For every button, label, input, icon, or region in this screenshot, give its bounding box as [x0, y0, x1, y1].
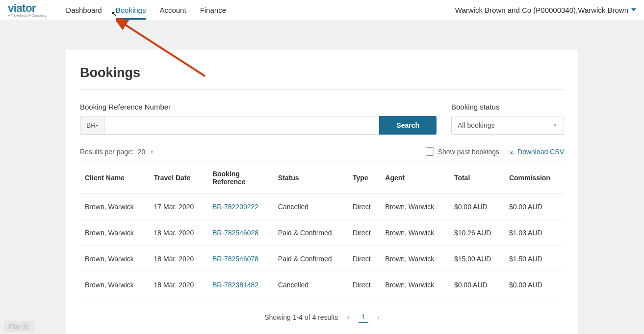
cell-agent: Brown, Warwick — [380, 194, 449, 220]
caret-down-icon — [631, 8, 636, 11]
nav-item-account[interactable]: Account — [159, 0, 186, 20]
checkbox-box-icon — [426, 147, 434, 156]
table-row: Brown, Warwick18 Mar. 2020BR-782381482Ca… — [80, 272, 564, 298]
booking-status-select[interactable]: All bookings ▼ — [451, 116, 564, 135]
divider — [80, 89, 564, 90]
cell-date: 17 Mar. 2020 — [149, 194, 207, 220]
cell-type: Direct — [348, 220, 380, 246]
table-header-cell: Total — [449, 162, 504, 194]
bookings-table: Client NameTravel DateBookingReferenceSt… — [80, 162, 564, 298]
download-csv-label: Download CSV — [517, 148, 564, 156]
controls-row: Results per page: 20 ▼ Show past booking… — [80, 147, 564, 156]
cell-type: Direct — [348, 246, 380, 272]
chevron-down-icon: ▼ — [552, 122, 558, 128]
cell-client: Brown, Warwick — [80, 246, 149, 272]
results-per-page-value[interactable]: 20 — [138, 148, 146, 156]
cell-status: Paid & Confirmed — [273, 220, 348, 246]
cell-client: Brown, Warwick — [80, 194, 149, 220]
show-past-label: Show past bookings — [438, 148, 499, 156]
cell-commission: $1.03 AUD — [504, 220, 564, 246]
cell-type: Direct — [348, 272, 380, 298]
cell-ref[interactable]: BR-782546028 — [207, 220, 273, 246]
cell-date: 18 Mar. 2020 — [149, 220, 207, 246]
cell-commission: $1.50 AUD — [504, 246, 564, 272]
cell-commission: $0.00 AUD — [504, 194, 564, 220]
cell-ref[interactable]: BR-782209222 — [207, 194, 273, 220]
cell-agent: Brown, Warwick — [380, 246, 449, 272]
controls-right: Show past bookings Download CSV — [426, 147, 564, 156]
table-row: Brown, Warwick18 Mar. 2020BR-782546078Pa… — [80, 246, 564, 272]
booking-status-label: Booking status — [451, 103, 564, 111]
cell-agent: Brown, Warwick — [380, 272, 449, 298]
cell-status: Paid & Confirmed — [273, 246, 348, 272]
nav-item-dashboard[interactable]: Dashboard — [66, 0, 102, 20]
cell-date: 18 Mar. 2020 — [149, 272, 207, 298]
cell-client: Brown, Warwick — [80, 272, 149, 298]
cell-status: Cancelled — [273, 272, 348, 298]
cell-total: $10.26 AUD — [449, 220, 504, 246]
table-header-cell: BookingReference — [207, 162, 273, 194]
results-per-page-label: Results per page: — [80, 148, 134, 156]
chevron-down-icon[interactable]: ▼ — [149, 149, 155, 155]
table-header-cell: Status — [273, 162, 348, 194]
search-row: Booking Reference Number BR- Search Book… — [80, 103, 564, 135]
pagination: Showing 1-4 of 4 results ‹ 1 › — [80, 312, 564, 323]
pagination-prev[interactable]: ‹ — [347, 313, 349, 322]
table-header-cell: Type — [348, 162, 380, 194]
cell-type: Direct — [348, 194, 380, 220]
brand-tagline: A TripAdvisor® Company — [8, 14, 46, 17]
pagination-next[interactable]: › — [377, 313, 380, 322]
table-row: Brown, Warwick17 Mar. 2020BR-782209222Ca… — [80, 194, 564, 220]
top-nav: viator A TripAdvisor® Company DashboardB… — [0, 0, 644, 20]
booking-ref-input-wrap: BR- Search — [80, 116, 437, 135]
cell-commission: $0.00 AUD — [504, 272, 564, 298]
table-row: Brown, Warwick18 Mar. 2020BR-782546028Pa… — [80, 220, 564, 246]
booking-ref-input[interactable] — [104, 116, 379, 135]
booking-ref-group: Booking Reference Number BR- Search — [80, 103, 437, 135]
cell-total: $0.00 AUD — [449, 194, 504, 220]
booking-ref-label: Booking Reference Number — [80, 103, 437, 111]
cell-date: 18 Mar. 2020 — [149, 246, 207, 272]
booking-status-value: All bookings — [458, 121, 495, 129]
cell-ref[interactable]: BR-782546078 — [207, 246, 273, 272]
download-csv-link[interactable]: Download CSV — [508, 148, 564, 156]
search-button[interactable]: Search — [379, 116, 437, 135]
cell-ref[interactable]: BR-782381482 — [207, 272, 273, 298]
brand-name: viator — [8, 3, 46, 14]
account-dropdown[interactable]: Warwick Brown and Co (P00000340),Warwick… — [455, 6, 636, 14]
table-header-cell: Commission — [504, 162, 564, 194]
booking-ref-prefix: BR- — [80, 116, 104, 135]
booking-status-group: Booking status All bookings ▼ — [451, 103, 564, 135]
brand-logo[interactable]: viator A TripAdvisor® Company — [8, 3, 46, 17]
cell-status: Cancelled — [273, 194, 348, 220]
play-overlay: Play (k) — [4, 321, 34, 332]
table-header-cell: Client Name — [80, 162, 149, 194]
table-body: Brown, Warwick17 Mar. 2020BR-782209222Ca… — [80, 194, 564, 298]
bookings-panel: Bookings Booking Reference Number BR- Se… — [66, 50, 578, 334]
show-past-checkbox[interactable]: Show past bookings — [426, 147, 499, 156]
download-icon — [508, 148, 515, 155]
nav-items: DashboardBookingsAccountFinance — [66, 0, 226, 20]
cell-client: Brown, Warwick — [80, 220, 149, 246]
content-wrap: Bookings Booking Reference Number BR- Se… — [0, 20, 644, 334]
table-header-cell: Agent — [380, 162, 449, 194]
account-label: Warwick Brown and Co (P00000340),Warwick… — [455, 6, 628, 14]
table-header-row: Client NameTravel DateBookingReferenceSt… — [80, 162, 564, 194]
nav-item-finance[interactable]: Finance — [200, 0, 226, 20]
cell-total: $0.00 AUD — [449, 272, 504, 298]
table-header-cell: Travel Date — [149, 162, 207, 194]
pagination-summary: Showing 1-4 of 4 results — [264, 313, 338, 321]
cell-total: $15.00 AUD — [449, 246, 504, 272]
page-title: Bookings — [80, 65, 564, 81]
cell-agent: Brown, Warwick — [380, 220, 449, 246]
pagination-page-1[interactable]: 1 — [359, 312, 368, 323]
nav-item-bookings[interactable]: Bookings — [116, 0, 146, 20]
